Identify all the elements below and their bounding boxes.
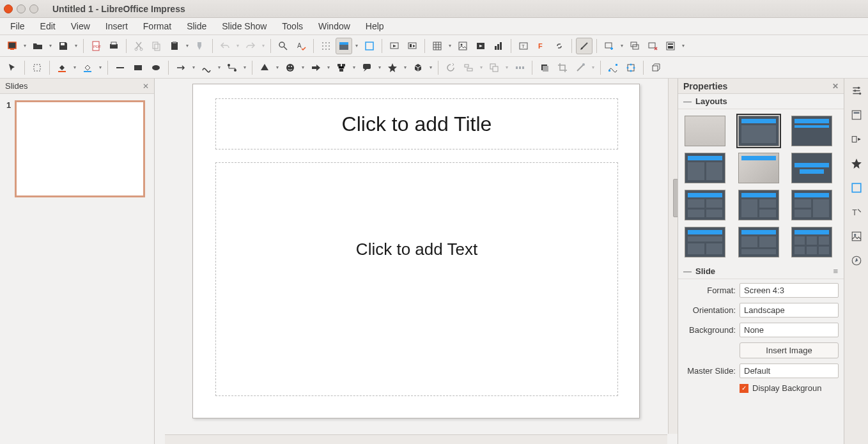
layout-content-only[interactable] xyxy=(738,153,779,183)
undo-dropdown[interactable]: ▾ xyxy=(235,43,241,49)
new-dropdown[interactable]: ▾ xyxy=(22,43,28,49)
filter-dropdown[interactable]: ▾ xyxy=(590,65,596,70)
extrusion-button[interactable] xyxy=(647,59,664,76)
block-arrows-dropdown[interactable]: ▾ xyxy=(325,65,332,70)
show-draw-functions-button[interactable] xyxy=(576,38,593,54)
insert-table-dropdown[interactable]: ▾ xyxy=(447,43,453,49)
start-current-button[interactable] xyxy=(404,38,421,54)
master-slide-select[interactable]: Default xyxy=(740,364,839,378)
menu-insert[interactable]: Insert xyxy=(98,19,136,34)
slide-thumbnail[interactable] xyxy=(15,100,145,197)
menu-help[interactable]: Help xyxy=(358,19,392,34)
callout-dropdown[interactable]: ▾ xyxy=(376,65,383,70)
flowchart-button[interactable] xyxy=(333,59,350,76)
menu-slideshow[interactable]: Slide Show xyxy=(214,19,274,34)
distribute-button[interactable] xyxy=(511,59,528,76)
window-maximize-button[interactable] xyxy=(29,4,38,13)
slide-section-header[interactable]: — Slide ≡ xyxy=(678,264,844,279)
clone-format-button[interactable] xyxy=(192,38,208,54)
orientation-select[interactable]: Landscape xyxy=(740,303,839,318)
start-first-button[interactable] xyxy=(386,38,403,54)
layouts-section-header[interactable]: — Layouts xyxy=(678,94,844,109)
canvas-horizontal-scrollbar[interactable] xyxy=(165,434,667,444)
points-button[interactable] xyxy=(605,59,621,76)
background-select[interactable]: None xyxy=(740,323,839,337)
canvas-vertical-scrollbar[interactable] xyxy=(668,79,678,434)
display-background-row[interactable]: ✓ Display Backgroun xyxy=(740,383,839,393)
symbol-shapes-dropdown[interactable]: ▾ xyxy=(300,65,306,70)
layout-title-only[interactable] xyxy=(791,116,832,146)
highlight-color-dropdown[interactable]: ▾ xyxy=(97,65,104,70)
align-button[interactable] xyxy=(460,59,477,76)
insert-textbox-button[interactable]: T xyxy=(515,38,532,54)
display-views-dropdown[interactable]: ▾ xyxy=(353,43,360,49)
rotate-button[interactable] xyxy=(442,59,459,76)
3d-objects-button[interactable] xyxy=(410,59,426,76)
ellipse-button[interactable] xyxy=(148,59,164,76)
master-slide-button[interactable] xyxy=(361,38,378,54)
title-placeholder[interactable]: Click to add Title xyxy=(215,98,618,149)
print-button[interactable] xyxy=(105,38,122,54)
insert-table-button[interactable] xyxy=(429,38,446,54)
sidebar-transitions-icon[interactable] xyxy=(848,131,865,148)
slide-canvas[interactable]: Click to add Title Click to add Text xyxy=(192,84,640,418)
layout-2x2[interactable] xyxy=(685,190,725,220)
new-button[interactable] xyxy=(4,38,20,54)
sidebar-styles-icon[interactable]: T xyxy=(848,204,865,220)
slides-panel-close-icon[interactable]: ✕ xyxy=(143,82,149,91)
window-close-button[interactable] xyxy=(4,4,13,13)
properties-close-icon[interactable]: ✕ xyxy=(832,82,839,91)
callout-button[interactable] xyxy=(359,59,375,76)
format-select[interactable]: Screen 4:3 xyxy=(740,283,839,298)
connector-button[interactable] xyxy=(224,59,240,76)
layout-title-content[interactable] xyxy=(738,116,779,146)
3d-objects-dropdown[interactable]: ▾ xyxy=(428,65,434,70)
section-menu-icon[interactable]: ≡ xyxy=(833,266,839,276)
menu-format[interactable]: Format xyxy=(136,19,179,34)
menu-view[interactable]: View xyxy=(63,19,98,34)
stars-button[interactable] xyxy=(384,59,401,76)
symbol-shapes-button[interactable] xyxy=(282,59,298,76)
redo-button[interactable] xyxy=(242,38,259,54)
crop-button[interactable] xyxy=(554,59,571,76)
export-pdf-button[interactable]: PDF xyxy=(88,38,104,54)
align-dropdown[interactable]: ▾ xyxy=(478,65,484,70)
insert-fontwork-button[interactable]: F xyxy=(533,38,550,54)
open-button[interactable] xyxy=(29,38,46,54)
highlight-color-button[interactable] xyxy=(79,59,96,76)
copy-button[interactable] xyxy=(148,38,165,54)
gluepoints-button[interactable] xyxy=(623,59,639,76)
new-slide-dropdown[interactable]: ▾ xyxy=(619,43,625,49)
checkbox-checked-icon[interactable]: ✓ xyxy=(740,384,748,393)
layout-top-2bottom[interactable] xyxy=(685,227,725,257)
sidebar-animation-icon[interactable] xyxy=(848,155,865,172)
content-placeholder[interactable]: Click to add Text xyxy=(215,162,618,396)
layout-1-2[interactable] xyxy=(738,190,779,220)
basic-shapes-dropdown[interactable]: ▾ xyxy=(274,65,281,70)
menu-edit[interactable]: Edit xyxy=(33,19,63,34)
insert-hyperlink-button[interactable] xyxy=(551,38,568,54)
fill-color-dropdown[interactable]: ▾ xyxy=(72,65,78,70)
zoom-pan-button[interactable] xyxy=(29,59,45,76)
menu-tools[interactable]: Tools xyxy=(274,19,311,34)
find-button[interactable] xyxy=(275,38,291,54)
arrow-line-button[interactable] xyxy=(173,59,189,76)
connector-dropdown[interactable]: ▾ xyxy=(242,65,248,70)
sidebar-master-icon[interactable] xyxy=(848,180,865,196)
basic-shapes-button[interactable] xyxy=(256,59,273,76)
new-slide-button[interactable] xyxy=(601,38,617,54)
menu-file[interactable]: File xyxy=(3,19,33,34)
display-views-button[interactable] xyxy=(336,38,352,54)
select-tool-button[interactable] xyxy=(4,59,20,76)
grid-button[interactable] xyxy=(318,38,334,54)
curve-dropdown[interactable]: ▾ xyxy=(216,65,222,70)
paste-dropdown[interactable]: ▾ xyxy=(184,43,190,49)
filter-button[interactable] xyxy=(572,59,589,76)
layout-blank[interactable] xyxy=(685,116,725,146)
open-dropdown[interactable]: ▾ xyxy=(47,43,54,49)
slide-layout-dropdown[interactable]: ▾ xyxy=(680,43,686,49)
sidebar-properties-icon[interactable] xyxy=(848,107,865,123)
layout-centered-text[interactable] xyxy=(791,153,832,183)
rectangle-button[interactable] xyxy=(130,59,146,76)
fill-color-button[interactable] xyxy=(54,59,70,76)
